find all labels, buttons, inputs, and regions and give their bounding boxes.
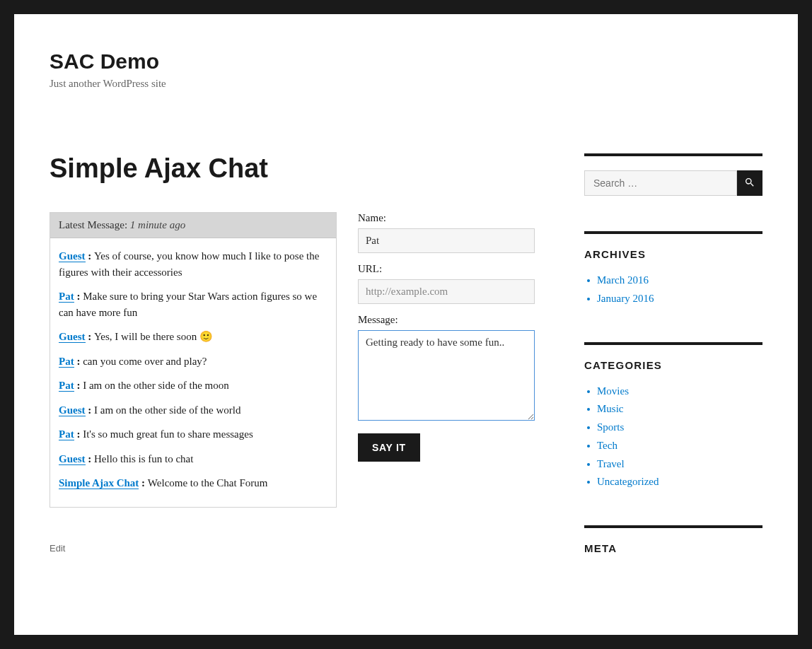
chat-row: Latest Message: 1 minute ago Guest : Yes… [50, 212, 535, 508]
chat-colon: : [86, 453, 95, 464]
chat-user-link[interactable]: Pat [59, 291, 74, 303]
chat-text: Yes, I will be there soon 🙂 [94, 331, 213, 342]
search-icon [744, 177, 755, 190]
chat-message: Pat : I am on the other side of the moon [59, 375, 327, 399]
chat-user-link[interactable]: Guest [59, 250, 86, 262]
chat-text: I am on the other side of the world [94, 404, 240, 416]
latest-time: 1 minute ago [130, 219, 185, 230]
category-item: Tech [586, 438, 762, 454]
archives-widget: Archives March 2016January 2016 [584, 231, 762, 307]
content-wrap: Simple Ajax Chat Latest Message: 1 minut… [50, 153, 762, 590]
categories-widget: Categories MoviesMusicSportsTechTravelUn… [584, 342, 762, 491]
archive-link[interactable]: January 2016 [597, 293, 654, 304]
say-it-button[interactable]: Say It [358, 433, 420, 462]
search-widget [584, 153, 762, 196]
category-link[interactable]: Travel [597, 458, 625, 469]
name-label: Name: [358, 212, 535, 224]
meta-title: Meta [584, 542, 762, 554]
chat-form: Name: URL: Message: Say It [358, 212, 535, 508]
chat-text: It's so much great fun to share messages [83, 428, 253, 440]
categories-list: MoviesMusicSportsTechTravelUncategorized [584, 384, 762, 491]
chat-colon: : [86, 404, 95, 416]
chat-colon: : [86, 331, 95, 342]
chat-user-link[interactable]: Pat [59, 428, 74, 440]
archives-list: March 2016January 2016 [584, 273, 762, 307]
chat-message: Guest : Hello this is fun to chat [59, 448, 327, 473]
sidebar: Archives March 2016January 2016 Categori… [584, 153, 762, 590]
category-link[interactable]: Sports [597, 421, 624, 433]
meta-widget: Meta [584, 525, 762, 554]
category-link[interactable]: Movies [597, 385, 629, 397]
site-title[interactable]: SAC Demo [50, 49, 762, 74]
chat-message: Simple Ajax Chat : Welcome to the Chat F… [59, 472, 327, 497]
page-title: Simple Ajax Chat [50, 153, 535, 184]
chat-text: I am on the other side of the moon [83, 380, 229, 391]
chat-message: Pat : can you come over and play? [59, 351, 327, 375]
archives-title: Archives [584, 248, 762, 260]
chat-text: Yes of course, you know how much I like … [59, 250, 319, 278]
category-link[interactable]: Music [597, 403, 624, 414]
search-button[interactable] [737, 170, 762, 196]
url-label: URL: [358, 263, 535, 275]
site-header: SAC Demo Just another WordPress site [50, 49, 762, 90]
page-container: SAC Demo Just another WordPress site Sim… [14, 14, 798, 635]
chat-message: Guest : Yes, I will be there soon 🙂 [59, 326, 327, 351]
archive-link[interactable]: March 2016 [597, 274, 649, 286]
message-label: Message: [358, 314, 535, 326]
chat-text: Make sure to bring your Star Wars action… [59, 291, 317, 318]
category-item: Sports [586, 420, 762, 435]
categories-title: Categories [584, 359, 762, 371]
chat-text: Hello this is fun to chat [94, 453, 193, 464]
chat-message: Pat : Make sure to bring your Star Wars … [59, 286, 327, 326]
chat-user-link[interactable]: Guest [59, 404, 86, 416]
chat-text: Welcome to the Chat Forum [148, 477, 268, 489]
category-item: Uncategorized [586, 474, 762, 490]
chat-colon: : [74, 380, 83, 391]
chat-message: Pat : It's so much great fun to share me… [59, 423, 327, 448]
category-link[interactable]: Uncategorized [597, 476, 659, 487]
name-input[interactable] [358, 228, 535, 253]
chat-colon: : [139, 477, 148, 489]
archive-item: March 2016 [586, 273, 762, 288]
latest-label: Latest Message: [59, 219, 127, 230]
chat-user-link[interactable]: Guest [59, 331, 86, 343]
main-content: Simple Ajax Chat Latest Message: 1 minut… [50, 153, 535, 590]
site-tagline: Just another WordPress site [50, 78, 762, 90]
chat-colon: : [74, 428, 83, 440]
message-textarea[interactable] [358, 330, 535, 421]
messages-list: Guest : Yes of course, you know how much… [50, 238, 336, 507]
chat-user-link[interactable]: Pat [59, 380, 74, 392]
chat-text: can you come over and play? [83, 356, 207, 367]
search-row [584, 170, 762, 196]
search-input[interactable] [584, 170, 737, 196]
chat-message: Guest : Yes of course, you know how much… [59, 245, 327, 286]
chat-user-link[interactable]: Guest [59, 453, 86, 465]
url-input[interactable] [358, 279, 535, 304]
chat-colon: : [74, 356, 83, 367]
archive-item: January 2016 [586, 291, 762, 307]
category-item: Travel [586, 457, 762, 472]
category-link[interactable]: Tech [597, 440, 617, 451]
chat-box: Latest Message: 1 minute ago Guest : Yes… [50, 212, 337, 508]
chat-colon: : [74, 291, 83, 302]
chat-user-link[interactable]: Simple Ajax Chat [59, 477, 139, 489]
chat-message: Guest : I am on the other side of the wo… [59, 399, 327, 424]
edit-link[interactable]: Edit [50, 543, 535, 554]
latest-message-bar: Latest Message: 1 minute ago [50, 213, 336, 238]
category-item: Movies [586, 384, 762, 399]
chat-user-link[interactable]: Pat [59, 356, 74, 368]
chat-colon: : [86, 250, 95, 262]
category-item: Music [586, 402, 762, 417]
